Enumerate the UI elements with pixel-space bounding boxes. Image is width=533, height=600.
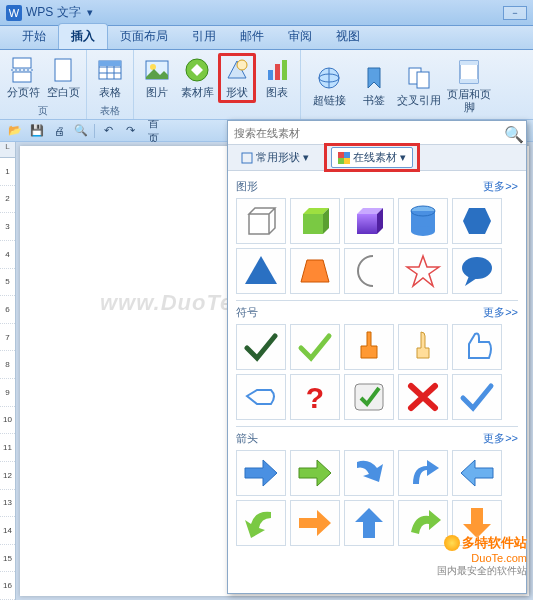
arrows-grid [236, 450, 518, 546]
more-link[interactable]: 更多>> [483, 431, 518, 446]
ruler-tick: 10 [0, 407, 15, 435]
search-bar: 🔍 [228, 121, 526, 145]
arrow-up-bend[interactable] [398, 450, 448, 496]
page-break-icon [9, 56, 37, 84]
section-title: 图形 [236, 179, 258, 194]
tab-home[interactable]: 开始 [10, 24, 58, 49]
chart-button[interactable]: 图表 [258, 53, 296, 103]
cross-reference-button[interactable]: 交叉引用 [395, 61, 443, 111]
home-button[interactable]: 首页 [143, 123, 161, 139]
ruler-tick: 14 [0, 517, 15, 545]
ribbon-group-page: 分页符 空白页 页 [0, 50, 87, 119]
tab-page-layout[interactable]: 页面布局 [108, 24, 180, 49]
ruler-tick: 3 [0, 213, 15, 241]
ruler-tick: 11 [0, 434, 15, 462]
arrow-curve-down[interactable] [344, 450, 394, 496]
shape-trapezoid[interactable] [290, 248, 340, 294]
section-head-symbols: 符号 更多>> [236, 300, 518, 324]
redo-icon[interactable]: ↷ [121, 123, 139, 139]
symbol-finger-point[interactable] [398, 324, 448, 370]
svg-text:?: ? [306, 381, 324, 414]
title-dropdown-icon[interactable]: ▾ [87, 6, 93, 19]
bookmark-button[interactable]: 书签 [355, 61, 393, 111]
tab-insert[interactable]: 插入 [58, 23, 108, 49]
arrow-up-3d[interactable] [344, 500, 394, 546]
bookmark-icon [360, 64, 388, 92]
save-icon[interactable]: 💾 [28, 123, 46, 139]
shape-speech-bubble[interactable] [452, 248, 502, 294]
svg-rect-15 [417, 72, 429, 88]
more-link[interactable]: 更多>> [483, 305, 518, 320]
online-material-icon [338, 152, 350, 164]
ruler-tick: 1 [0, 158, 15, 186]
svg-rect-10 [275, 64, 280, 80]
cross-ref-icon [405, 64, 433, 92]
shape-hexagon[interactable] [452, 198, 502, 244]
svg-rect-20 [338, 152, 344, 158]
symbol-hand-left[interactable] [236, 374, 286, 420]
shape-triangle[interactable] [236, 248, 286, 294]
tab-review[interactable]: 审阅 [276, 24, 324, 49]
arrow-right-green[interactable] [290, 450, 340, 496]
chart-icon [263, 56, 291, 84]
open-icon[interactable]: 📂 [6, 123, 24, 139]
panel-body: 图形 更多>> 符号 更多>> ? [228, 171, 526, 593]
shapes-button[interactable]: 形状 [218, 53, 256, 103]
picture-button[interactable]: 图片 [138, 53, 176, 103]
group-label-page: 页 [38, 103, 48, 119]
svg-rect-22 [338, 158, 344, 164]
header-footer-button[interactable]: 页眉和页脚 [445, 61, 493, 111]
ruler-corner: L [0, 142, 15, 158]
tab-online-material[interactable]: 在线素材 ▾ [331, 147, 413, 168]
ribbon-group-table: 表格 表格 [87, 50, 134, 119]
arrow-green-bend[interactable] [398, 500, 448, 546]
svg-rect-17 [460, 61, 478, 65]
symbol-check-dark[interactable] [236, 324, 286, 370]
undo-icon[interactable]: ↶ [99, 123, 117, 139]
shapes-panel: 🔍 常用形状 ▾ 在线素材 ▾ 图形 更多>> [227, 120, 527, 594]
search-icon[interactable]: 🔍 [504, 125, 520, 141]
print-icon[interactable]: 🖨 [50, 123, 68, 139]
page-break-button[interactable]: 分页符 [4, 53, 42, 103]
symbol-check-blue[interactable] [452, 374, 502, 420]
symbol-question[interactable]: ? [290, 374, 340, 420]
symbol-thumbs-up[interactable] [452, 324, 502, 370]
symbol-check-green[interactable] [290, 324, 340, 370]
arrow-left-3d[interactable] [452, 450, 502, 496]
ribbon-group-links: 超链接 书签 交叉引用 页眉和页脚 [301, 50, 497, 119]
picture-icon [143, 56, 171, 84]
ruler-tick: 16 [0, 572, 15, 600]
shape-blue-cylinder[interactable] [398, 198, 448, 244]
section-head-arrows: 箭头 更多>> [236, 426, 518, 450]
blank-page-button[interactable]: 空白页 [44, 53, 82, 103]
table-button[interactable]: 表格 [91, 53, 129, 103]
arrow-right-blue[interactable] [236, 450, 286, 496]
more-link[interactable]: 更多>> [483, 179, 518, 194]
tab-view[interactable]: 视图 [324, 24, 372, 49]
minimize-button[interactable]: − [503, 6, 527, 20]
shape-moon[interactable] [344, 248, 394, 294]
arrow-curve-green[interactable] [236, 500, 286, 546]
hyperlink-button[interactable]: 超链接 [305, 61, 353, 111]
search-input[interactable] [234, 127, 504, 139]
hyperlink-icon [315, 64, 343, 92]
ruler-tick: 13 [0, 490, 15, 518]
shape-star[interactable] [398, 248, 448, 294]
symbol-hand-up[interactable] [344, 324, 394, 370]
symbol-x-red[interactable] [398, 374, 448, 420]
symbol-check-box[interactable] [344, 374, 394, 420]
arrow-orange-down[interactable] [452, 500, 502, 546]
shape-cuboid[interactable] [236, 198, 286, 244]
preview-icon[interactable]: 🔍 [72, 123, 90, 139]
tab-mail[interactable]: 邮件 [228, 24, 276, 49]
arrow-orange[interactable] [290, 500, 340, 546]
shape-green-cube[interactable] [290, 198, 340, 244]
tab-common-shapes[interactable]: 常用形状 ▾ [234, 147, 316, 168]
shape-purple-cube[interactable] [344, 198, 394, 244]
svg-rect-23 [344, 158, 350, 164]
ribbon-group-illustrations: 图片 素材库 形状 图表 插图 [134, 50, 301, 119]
tab-references[interactable]: 引用 [180, 24, 228, 49]
common-shapes-icon [241, 152, 253, 164]
material-button[interactable]: 素材库 [178, 53, 216, 103]
shapes-grid [236, 198, 518, 294]
